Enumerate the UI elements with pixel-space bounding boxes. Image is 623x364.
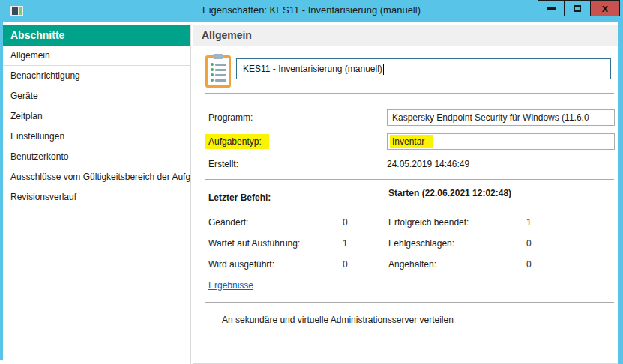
task-type-label: Aufgabentyp: [208,136,269,147]
general-panel: Allgemein KES11 - Inventarisierung (manu… [193,25,618,364]
stat-value-geaendert: 0 [343,217,348,228]
sidebar-item-zeitplan[interactable]: Zeitplan [3,106,190,127]
stat-value-wird-ausgefuehrt: 0 [343,259,348,270]
maximize-button[interactable] [564,0,591,16]
stat-value-angehalten: 0 [526,259,532,270]
task-type-value-box: Inventar [387,133,615,150]
program-label: Programm: [208,112,253,123]
last-command-header: Letzter Befehl: [208,192,271,203]
maximize-icon [574,5,581,12]
results-link[interactable]: Ergebnisse [208,280,253,291]
titlebar[interactable]: Eigenschaften: KES11 - Inventarisierung … [0,0,623,22]
sidebar-item-geraete[interactable]: Geräte [3,86,190,106]
stat-label-geaendert: Geändert: [208,217,248,228]
distribute-checkbox[interactable] [208,315,217,324]
minimize-icon [547,7,556,10]
sidebar-item-revisionsverlauf[interactable]: Revisionsverlauf [3,187,190,207]
program-value: Kaspersky Endpoint Security für Windows … [392,112,589,123]
stat-label-angehalten: Angehalten: [388,259,436,270]
panel-divider [190,25,191,364]
stat-value-fehlgeschlagen: 0 [526,238,532,249]
window-controls: x [538,0,620,16]
stat-label-erfolgreich: Erfolgreich beendet: [388,217,469,228]
task-name-value: KES11 - Inventarisierung (manuell) [243,64,382,74]
sidebar-item-benutzerkonto[interactable]: Benutzerkonto [3,147,190,167]
minimize-button[interactable] [538,0,565,16]
sidebar-item-allgemein[interactable]: Allgemein [3,46,190,66]
clipboard-row [211,63,226,66]
clipboard-row [211,79,226,82]
sidebar-item-einstellungen[interactable]: Einstellungen [3,127,190,147]
stat-value-erfolgreich: 1 [526,217,532,228]
stat-value-wartet: 1 [343,238,348,249]
task-name-input[interactable]: KES11 - Inventarisierung (manuell) [236,58,611,79]
program-value-box: Kaspersky Endpoint Security für Windows … [387,109,615,126]
distribute-checkbox-label: An sekundäre und virtuelle Administratio… [222,315,454,325]
start-command-header: Starten (22.06.2021 12:02:48) [388,188,511,198]
task-type-value-highlight: Inventar [390,135,433,148]
created-value: 24.05.2019 14:46:49 [387,159,469,169]
close-icon: x [602,1,608,15]
clipboard-row [211,73,226,76]
sections-sidebar: Abschnitte Allgemein Benachrichtigung Ge… [3,25,190,364]
clipboard-clip [213,54,223,59]
stat-label-wartet: Wartet auf Ausführung: [208,238,300,249]
text-caret [383,64,384,75]
window-title: Eigenschaften: KES11 - Inventarisierung … [0,4,623,16]
task-clipboard-icon [205,55,231,88]
clipboard-row [211,68,226,71]
properties-dialog: Eigenschaften: KES11 - Inventarisierung … [0,0,623,364]
window-frame-right [618,22,623,364]
page-title: Allgemein [193,25,618,46]
stat-label-wird-ausgefuehrt: Wird ausgeführt: [208,259,274,270]
separator [205,93,614,94]
sidebar-header: Abschnitte [3,25,190,46]
sidebar-item-ausschluesse[interactable]: Ausschlüsse vom Gültigkeitsbereich der A… [3,167,190,187]
created-label: Erstellt: [208,159,238,169]
sidebar-item-benachrichtigung[interactable]: Benachrichtigung [3,66,190,86]
general-panel-body: KES11 - Inventarisierung (manuell) Progr… [193,46,618,364]
task-type-label-highlight: Aufgabentyp: [205,134,269,149]
close-button[interactable]: x [590,0,620,16]
stat-label-fehlgeschlagen: Fehlgeschlagen: [388,238,454,249]
separator [205,179,614,180]
separator [205,302,614,303]
